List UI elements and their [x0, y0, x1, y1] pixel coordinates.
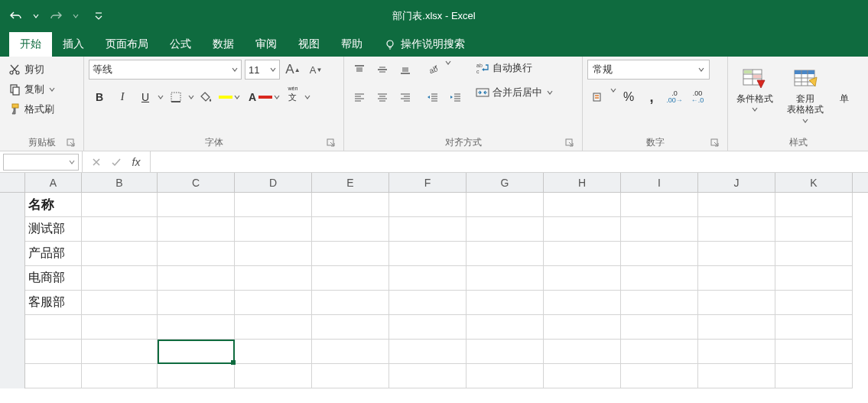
cell[interactable] — [775, 266, 853, 291]
cancel-formula-button[interactable] — [87, 154, 106, 171]
cell[interactable] — [698, 193, 775, 217]
redo-dropdown[interactable] — [66, 6, 86, 26]
cell[interactable] — [158, 242, 235, 266]
cell[interactable] — [698, 315, 775, 340]
cell[interactable] — [467, 291, 544, 315]
number-format-combo[interactable]: 常规 — [587, 60, 710, 80]
cell[interactable] — [389, 217, 467, 242]
cell[interactable] — [698, 266, 775, 291]
accounting-format-button[interactable] — [587, 87, 609, 107]
tell-me-search[interactable]: 操作说明搜索 — [373, 32, 476, 57]
cell[interactable] — [389, 291, 467, 315]
insert-function-button[interactable]: fx — [127, 154, 145, 171]
column-header-C[interactable]: C — [158, 173, 235, 192]
cell[interactable] — [235, 315, 312, 340]
cell[interactable] — [25, 364, 82, 388]
cell[interactable]: 名称 — [25, 193, 82, 217]
cell[interactable] — [82, 242, 158, 266]
cell[interactable] — [544, 242, 621, 266]
cell[interactable] — [544, 291, 621, 315]
cell[interactable] — [82, 217, 158, 242]
cell[interactable] — [25, 315, 82, 340]
tab-page-layout[interactable]: 页面布局 — [95, 32, 159, 57]
cell[interactable] — [544, 217, 621, 242]
spreadsheet-grid[interactable]: A B C D E F G H I J K 名称测试部产品部电商部客服部 — [0, 173, 868, 403]
underline-button[interactable]: U — [135, 87, 156, 107]
font-dialog-launcher[interactable] — [327, 138, 337, 149]
column-header-F[interactable]: F — [389, 173, 467, 192]
border-button[interactable] — [165, 87, 187, 107]
conditional-formatting-button[interactable]: 条件格式 — [733, 64, 777, 115]
accounting-dropdown[interactable] — [610, 87, 616, 93]
align-right-button[interactable] — [395, 87, 416, 107]
redo-button[interactable] — [46, 6, 66, 26]
font-size-combo[interactable]: 11 — [245, 60, 280, 80]
cell[interactable] — [82, 315, 158, 340]
cell[interactable] — [467, 266, 544, 291]
cell[interactable] — [235, 266, 312, 291]
cell[interactable] — [312, 242, 389, 266]
formula-input[interactable] — [151, 151, 868, 172]
comma-button[interactable]: , — [641, 87, 662, 107]
cell[interactable] — [544, 193, 621, 217]
cell[interactable] — [467, 242, 544, 266]
format-painter-button[interactable]: 格式刷 — [5, 101, 58, 118]
cell[interactable] — [467, 364, 544, 388]
cell[interactable] — [775, 193, 853, 217]
name-box[interactable] — [3, 154, 79, 171]
cell[interactable] — [544, 266, 621, 291]
cell[interactable] — [158, 193, 235, 217]
cell[interactable] — [82, 193, 158, 217]
column-header-K[interactable]: K — [775, 173, 853, 192]
cell[interactable] — [621, 242, 698, 266]
fill-color-dropdown[interactable] — [234, 94, 240, 100]
tab-help[interactable]: 帮助 — [330, 32, 373, 57]
cell[interactable] — [389, 193, 467, 217]
column-header-G[interactable]: G — [467, 173, 544, 192]
cell[interactable] — [467, 315, 544, 340]
cell[interactable] — [158, 266, 235, 291]
tab-view[interactable]: 视图 — [288, 32, 330, 57]
cell[interactable] — [389, 340, 467, 364]
cell[interactable] — [312, 291, 389, 315]
cell[interactable]: 测试部 — [25, 217, 82, 242]
cell[interactable] — [775, 340, 853, 364]
cell[interactable] — [312, 364, 389, 388]
border-dropdown[interactable] — [188, 94, 194, 100]
font-color-dropdown[interactable] — [274, 94, 280, 100]
cell[interactable] — [235, 193, 312, 217]
cell[interactable] — [775, 291, 853, 315]
percent-button[interactable]: % — [618, 87, 639, 107]
cell[interactable] — [312, 217, 389, 242]
cell[interactable] — [544, 315, 621, 340]
cell[interactable] — [235, 217, 312, 242]
tab-file[interactable] — [0, 32, 9, 57]
undo-dropdown[interactable] — [26, 6, 46, 26]
decrease-decimal-button[interactable]: .00←.0 — [687, 87, 708, 107]
tab-home[interactable]: 开始 — [9, 32, 52, 57]
italic-button[interactable]: I — [112, 87, 133, 107]
increase-decimal-button[interactable]: .0.00→ — [664, 87, 685, 107]
cell[interactable] — [82, 364, 158, 388]
cell[interactable] — [312, 315, 389, 340]
cell[interactable] — [25, 340, 82, 364]
cell[interactable] — [158, 217, 235, 242]
column-header-I[interactable]: I — [621, 173, 698, 192]
alignment-dialog-launcher[interactable] — [565, 138, 576, 149]
cell[interactable] — [82, 266, 158, 291]
format-as-table-button[interactable]: 套用表格格式 — [783, 64, 827, 126]
cell[interactable] — [621, 340, 698, 364]
cell[interactable] — [621, 315, 698, 340]
cell[interactable] — [82, 291, 158, 315]
cell[interactable] — [158, 340, 235, 364]
cell[interactable] — [158, 291, 235, 315]
align-bottom-button[interactable] — [395, 60, 416, 80]
clipboard-dialog-launcher[interactable] — [67, 138, 77, 149]
tab-review[interactable]: 审阅 — [245, 32, 288, 57]
phonetic-button[interactable]: wén文 — [281, 87, 303, 107]
increase-font-button[interactable]: A▲ — [283, 60, 303, 80]
orientation-dropdown[interactable] — [445, 60, 451, 66]
cell[interactable] — [621, 193, 698, 217]
cell[interactable] — [467, 193, 544, 217]
cell[interactable]: 客服部 — [25, 291, 82, 315]
